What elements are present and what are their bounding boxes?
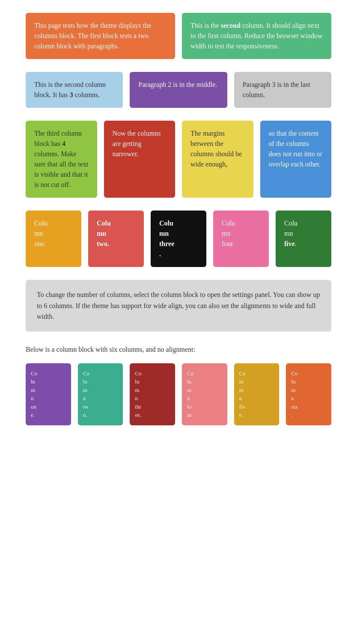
row5-col6-text: Columnsix. xyxy=(291,370,298,418)
below-text: Below is a column block with six columns… xyxy=(26,344,331,355)
row4-col5-text: Columnfive. xyxy=(284,220,298,247)
row4-col1-text: Columnone. xyxy=(34,220,48,247)
row3-col1-pre: The third column block has xyxy=(34,130,82,147)
row5-col5: Columnfive. xyxy=(234,363,280,425)
row5-col3-text: Columnthree. xyxy=(135,370,141,418)
row4-col5: Columnfive. xyxy=(276,211,331,267)
info-box-text: To change the number of columns, select … xyxy=(37,291,320,320)
row1-col1: This page tests how the theme displays t… xyxy=(26,13,175,59)
row5-col6: Columnsix. xyxy=(286,363,331,425)
row4-col3: Columnthree. xyxy=(151,211,206,267)
row2-col3: Paragraph 3 is in the last column. xyxy=(234,72,331,108)
row4-col3-text: Columnthree. xyxy=(159,220,174,258)
row5-col1: Columnone. xyxy=(26,363,71,425)
row-4: Columnone. Columntwo. Columnthree. Colum… xyxy=(26,211,331,267)
row3-col4-text: so that the content of the columns does … xyxy=(269,130,322,168)
row3-col3-text: The margins between the columns should b… xyxy=(190,130,242,168)
row-5: Columnone. Columntwo. Columnthree. Colum… xyxy=(26,363,331,425)
row4-col4-text: Columnfour. xyxy=(222,220,235,247)
row2-col1-text-post: columns. xyxy=(73,91,100,98)
row-3: The third column block has 4 columns. Ma… xyxy=(26,121,331,198)
row3-col1-post: columns. Make sure that all the text is … xyxy=(34,150,88,188)
row3-col1-bold: 4 xyxy=(62,140,65,147)
row1-col1-text: This page tests how the theme displays t… xyxy=(34,22,151,50)
row5-col4: Columnfour. xyxy=(182,363,227,425)
row-2: This is the second column block. It has … xyxy=(26,72,331,108)
row3-col2-text: Now the columns are getting narrower. xyxy=(113,130,161,157)
row1-col2: This is the second column. It should ali… xyxy=(182,13,331,59)
row3-col4: so that the content of the columns does … xyxy=(260,121,332,198)
row4-col2: Columntwo. xyxy=(88,211,144,267)
row4-col2-text: Columntwo. xyxy=(97,220,111,247)
row2-col3-text: Paragraph 3 is in the last column. xyxy=(243,81,310,98)
row1-col2-text-pre: This is the xyxy=(190,22,221,29)
info-box: To change the number of columns, select … xyxy=(26,280,331,332)
row5-col2: Columntwo. xyxy=(78,363,123,425)
row2-col2: Paragraph 2 is in the middle. xyxy=(130,72,227,108)
row3-col2: Now the columns are getting narrower. xyxy=(104,121,176,198)
row2-col1-bold: 3 xyxy=(70,91,73,98)
row5-col1-text: Columnone. xyxy=(31,370,37,418)
row5-col2-text: Columntwo. xyxy=(83,370,89,418)
row2-col2-text: Paragraph 2 is in the middle. xyxy=(138,81,217,88)
row3-col3: The margins between the columns should b… xyxy=(182,121,253,198)
row1-col2-bold: second xyxy=(221,22,241,29)
row5-col3: Columnthree. xyxy=(130,363,175,425)
row-1: This page tests how the theme displays t… xyxy=(26,13,331,59)
row5-col4-text: Columnfour. xyxy=(187,370,193,418)
row4-col4: Columnfour. xyxy=(213,211,269,267)
row5-col5-text: Columnfive. xyxy=(239,370,246,418)
row4-col1: Columnone. xyxy=(26,211,81,267)
row2-col1: This is the second column block. It has … xyxy=(26,72,123,108)
row3-col1: The third column block has 4 columns. Ma… xyxy=(26,121,97,198)
